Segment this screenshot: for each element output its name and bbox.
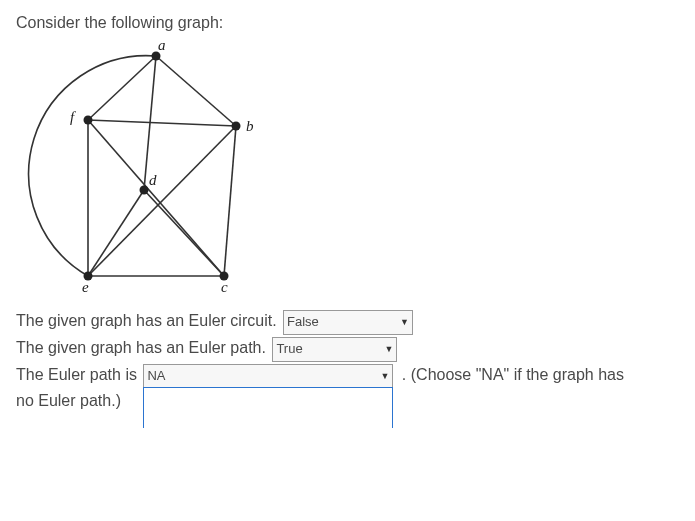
vertex-label-d: d	[149, 172, 157, 188]
svg-line-10	[144, 190, 224, 276]
graph-figure: a b f d e c	[26, 38, 276, 300]
vertex-label-c: c	[221, 279, 228, 295]
vertex-label-e: e	[82, 279, 89, 295]
svg-point-14	[140, 186, 149, 195]
s1-prefix: The given graph has an Euler circuit.	[16, 308, 281, 334]
svg-line-5	[88, 126, 236, 276]
svg-point-13	[84, 116, 93, 125]
chevron-down-icon: ▼	[384, 342, 393, 356]
vertex-label-f: f	[70, 109, 76, 125]
statement-euler-circuit: The given graph has an Euler circuit. Fa…	[16, 308, 679, 335]
svg-line-1	[156, 56, 236, 126]
vertex-label-b: b	[246, 118, 254, 134]
svg-line-4	[88, 120, 224, 276]
chevron-down-icon: ▼	[400, 315, 409, 329]
chevron-down-icon: ▼	[380, 369, 389, 383]
vertex-label-a: a	[158, 38, 166, 53]
euler-path-select[interactable]: True ▼	[272, 337, 397, 362]
euler-path-sequence-dropdown[interactable]: (Click to select) e, f, b, c, d, e, f, b…	[143, 387, 393, 428]
statements-block: The given graph has an Euler circuit. Fa…	[16, 308, 679, 414]
statement-path-choice: The Euler path is NA ▼ (Click to select)…	[16, 362, 679, 389]
euler-circuit-select[interactable]: False ▼	[283, 310, 413, 335]
svg-line-2	[88, 120, 236, 126]
intro-text: Consider the following graph:	[16, 14, 679, 32]
euler-path-value: True	[276, 339, 380, 360]
s3-prefix: The Euler path is	[16, 362, 141, 388]
s2-prefix: The given graph has an Euler path.	[16, 335, 270, 361]
s3-suffix-a: . (Choose "NA" if the graph has	[397, 362, 624, 388]
statement-euler-path: The given graph has an Euler path. True …	[16, 335, 679, 362]
svg-line-6	[224, 126, 236, 276]
euler-circuit-value: False	[287, 312, 396, 333]
euler-path-sequence-select[interactable]: NA ▼ (Click to select) e, f, b, c, d, e,…	[143, 364, 393, 389]
svg-point-12	[232, 122, 241, 131]
svg-line-9	[88, 190, 144, 276]
euler-path-sequence-value: NA	[147, 366, 376, 387]
